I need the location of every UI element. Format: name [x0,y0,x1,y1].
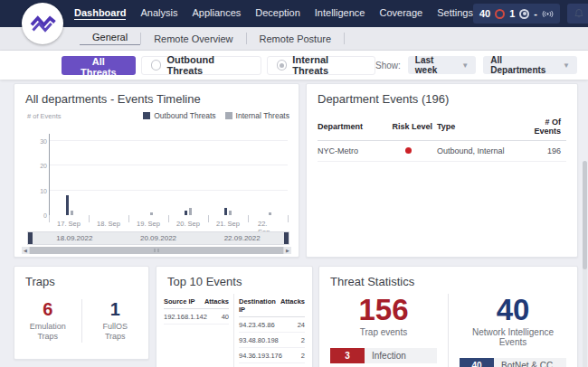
table-row[interactable]: 94.36.193.176 2 [239,348,305,363]
legend-outbound[interactable]: Outbound Threats [143,111,215,120]
tab-remote-overview[interactable]: Remote Overview [141,33,245,44]
x-tick-label: 21. Sep [216,220,240,228]
volume-icon [542,8,554,20]
col-attacks[interactable]: Attacks [280,297,305,314]
navigator-right-handle-icon[interactable] [284,232,289,244]
radio-dot-icon [277,60,288,71]
timeline-title: All departments - Events Timeline [14,84,299,109]
legend-internal-label: Internal Threats [236,111,289,120]
network-intelligence-label: Network Intelligence Events [460,327,566,347]
scroll-left-arrow-icon[interactable]: ◀ [22,247,29,254]
col-department[interactable]: Department [318,122,393,131]
nav-item-appliances[interactable]: Appliances [192,7,241,20]
col-attacks[interactable]: Attacks [204,297,229,306]
chart-bar[interactable] [189,208,192,215]
time-range-select[interactable]: Last week ▼ [408,56,476,74]
radio-icon [151,60,162,71]
table-row[interactable]: 95.136.41.50 2 [239,363,305,367]
emulation-traps-stat[interactable]: 6 Emulation Traps [14,299,82,343]
nav-item-coverage[interactable]: Coverage [379,7,422,20]
chart-horizontal-scrollbar[interactable]: ◀ ▶ [22,247,291,254]
col-num-events[interactable]: # Of Events [522,118,567,136]
col-source-ip[interactable]: Source IP [164,297,195,306]
main-content: All departments - Events Timeline # of E… [0,80,588,367]
tab-general[interactable]: General [80,32,140,45]
nav-item-deception[interactable]: Deception [255,7,300,20]
chart-legend: Outbound Threats Internal Threats [143,111,289,120]
brand-logo[interactable] [22,3,63,44]
navigator-date: 18.09.2022 [33,234,117,242]
botnet-label: BotNet & CC [494,361,553,367]
botnet-badge-row[interactable]: 40 BotNet & CC [460,358,566,367]
outbound-threats-label: Outbound Threats [166,54,251,76]
alert-ring-icon [495,9,505,19]
table-row[interactable]: 93.48.80.198 2 [239,333,305,348]
botnet-count-badge: 40 [460,358,494,367]
y-axis-label: # of Events [27,112,62,120]
chart-plot-area: 0102030 [49,134,288,215]
legend-swatch-icon [225,112,232,119]
top-10-events-card: Top 10 Events Source IP Attacks 192.168.… [156,266,313,367]
chevron-down-icon: ▼ [461,61,469,70]
scrollbar-thumb[interactable] [583,161,587,269]
gridline [50,140,288,141]
top-navbar: Dashboard Analysis Appliances Deception … [0,0,588,27]
fullos-traps-stat[interactable]: 1 FullOS Traps [82,299,149,343]
infection-label: Infection [365,351,406,361]
filter-bar: All Threats Outbound Threats Internal Th… [0,51,588,80]
chart-bar[interactable] [224,208,227,215]
nav-item-analysis[interactable]: Analysis [140,7,177,20]
x-tick-label: 18. Sep [97,220,120,228]
legend-internal[interactable]: Internal Threats [225,111,289,120]
outbound-threats-option[interactable]: Outbound Threats [141,56,261,75]
fullos-traps-label: FullOS Traps [82,322,149,343]
traps-title: Traps [14,267,148,292]
scroll-right-arrow-icon[interactable]: ▶ [284,247,291,254]
traps-body: 6 Emulation Traps 1 FullOS Traps [14,299,148,343]
legend-swatch-icon [143,112,150,119]
nav-item-settings[interactable]: Settings [437,7,473,20]
col-risk-level[interactable]: Risk Level [393,122,438,131]
record-dot-icon [519,9,529,19]
col-destination-ip[interactable]: Destination IP [239,297,280,314]
department-events-table: Department Risk Level Type # Of Events N… [307,109,577,162]
chart-navigator[interactable]: 18.09.2022 20.09.2022 22.09.2022 [27,231,289,245]
alert-status-box[interactable]: 40 1 - [473,4,560,24]
department-value: All Departments [490,55,558,75]
threat-statistics-title: Threat Statistics [319,267,577,292]
page-vertical-scrollbar[interactable] [583,161,587,367]
trap-events-label: Trap events [330,327,437,337]
emulation-traps-label: Emulation Traps [14,322,81,343]
chart-bars [50,134,288,215]
x-tick-mark [288,215,289,222]
department-select[interactable]: All Departments ▼ [483,56,577,74]
tab-separator [344,33,345,44]
chart-bar[interactable] [66,195,69,215]
trap-events-stat: 156 Trap events 3 Infection [319,294,449,367]
legend-row: # of Events Outbound Threats Internal Th… [14,109,299,122]
table-row[interactable]: NYC-Metro Outbound, Internal 196 [318,141,566,162]
col-type[interactable]: Type [437,122,522,131]
sub-navbar: General Remote Overview Remote Posture [0,27,588,51]
nav-item-intelligence[interactable]: Intelligence [315,7,365,20]
department-events-card: Department Events (196) Department Risk … [306,83,578,258]
navigator-date: 22.09.2022 [200,234,284,242]
y-tick-label: 10 [40,187,47,193]
internal-threats-option[interactable]: Internal Threats [267,56,375,75]
risk-level-cell [393,146,438,155]
table-row[interactable]: 94.23.45.86 24 [239,317,305,333]
tab-remote-posture[interactable]: Remote Posture [247,33,344,44]
infection-badge-row[interactable]: 3 Infection [330,348,437,363]
notifications-button[interactable] [567,4,588,24]
threat-statistics-card: Threat Statistics 156 Trap events 3 Infe… [318,266,578,367]
table-row[interactable]: 192.168.1.142 40 [164,309,229,325]
all-threats-button[interactable]: All Threats [62,56,136,75]
volume-level: - [534,8,537,19]
nav-item-dashboard[interactable]: Dashboard [74,7,126,20]
scrollbar-thumb[interactable] [30,247,283,254]
navigator-date: 20.09.2022 [117,234,201,242]
table-header-row: Department Risk Level Type # Of Events [318,113,566,141]
destination-ip-table: Destination IP Attacks 94.23.45.86 24 93… [234,294,305,367]
infection-count-badge: 3 [330,348,365,363]
threat-statistics-body: 156 Trap events 3 Infection 40 Network I… [319,294,577,367]
